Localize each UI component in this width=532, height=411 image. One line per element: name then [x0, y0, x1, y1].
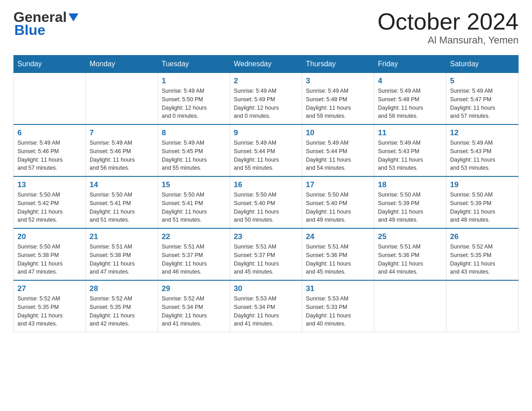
calendar-cell-w3-d6: 19Sunrise: 5:50 AM Sunset: 5:39 PM Dayli… — [446, 176, 519, 228]
col-wednesday: Wednesday — [230, 56, 302, 73]
day-number: 18 — [378, 180, 442, 189]
calendar-cell-w3-d3: 16Sunrise: 5:50 AM Sunset: 5:40 PM Dayli… — [230, 176, 302, 228]
calendar-cell-w5-d5 — [374, 280, 446, 332]
calendar-cell-w4-d4: 24Sunrise: 5:51 AM Sunset: 5:36 PM Dayli… — [302, 228, 374, 280]
day-number: 6 — [17, 128, 82, 137]
day-info: Sunrise: 5:51 AM Sunset: 5:36 PM Dayligh… — [306, 243, 370, 276]
day-info: Sunrise: 5:49 AM Sunset: 5:48 PM Dayligh… — [306, 87, 370, 120]
title-block: October 2024 Al Mansurah, Yemen — [378, 9, 519, 46]
day-number: 30 — [234, 284, 298, 293]
calendar-cell-w1-d5: 4Sunrise: 5:49 AM Sunset: 5:48 PM Daylig… — [374, 73, 446, 125]
day-number: 14 — [90, 180, 154, 189]
day-info: Sunrise: 5:50 AM Sunset: 5:39 PM Dayligh… — [450, 191, 515, 224]
calendar-cell-w4-d3: 23Sunrise: 5:51 AM Sunset: 5:37 PM Dayli… — [230, 228, 302, 280]
page-header: General Blue October 2024 Al Mansurah, Y… — [13, 9, 519, 46]
day-info: Sunrise: 5:50 AM Sunset: 5:42 PM Dayligh… — [17, 191, 82, 224]
day-info: Sunrise: 5:49 AM Sunset: 5:46 PM Dayligh… — [17, 139, 82, 172]
calendar-cell-w3-d2: 15Sunrise: 5:50 AM Sunset: 5:41 PM Dayli… — [158, 176, 230, 228]
day-number: 2 — [234, 77, 298, 86]
calendar-cell-w4-d1: 21Sunrise: 5:51 AM Sunset: 5:38 PM Dayli… — [86, 228, 158, 280]
day-info: Sunrise: 5:49 AM Sunset: 5:44 PM Dayligh… — [306, 139, 370, 172]
day-number: 10 — [306, 128, 370, 137]
day-number: 29 — [162, 284, 226, 293]
day-number: 17 — [306, 180, 370, 189]
day-number: 15 — [162, 180, 226, 189]
calendar-cell-w3-d5: 18Sunrise: 5:50 AM Sunset: 5:39 PM Dayli… — [374, 176, 446, 228]
day-number: 19 — [450, 180, 515, 189]
day-info: Sunrise: 5:51 AM Sunset: 5:38 PM Dayligh… — [90, 243, 154, 276]
week-row-3: 13Sunrise: 5:50 AM Sunset: 5:42 PM Dayli… — [14, 176, 519, 228]
day-info: Sunrise: 5:50 AM Sunset: 5:39 PM Dayligh… — [378, 191, 442, 224]
day-info: Sunrise: 5:50 AM Sunset: 5:40 PM Dayligh… — [234, 191, 298, 224]
day-info: Sunrise: 5:49 AM Sunset: 5:43 PM Dayligh… — [450, 139, 515, 172]
day-info: Sunrise: 5:49 AM Sunset: 5:48 PM Dayligh… — [378, 87, 442, 120]
day-number: 11 — [378, 128, 442, 137]
calendar-cell-w2-d6: 12Sunrise: 5:49 AM Sunset: 5:43 PM Dayli… — [446, 124, 519, 176]
day-info: Sunrise: 5:49 AM Sunset: 5:44 PM Dayligh… — [234, 139, 298, 172]
day-info: Sunrise: 5:51 AM Sunset: 5:36 PM Dayligh… — [378, 243, 442, 276]
day-number: 13 — [17, 180, 82, 189]
calendar-cell-w1-d2: 1Sunrise: 5:49 AM Sunset: 5:50 PM Daylig… — [158, 73, 230, 125]
svg-marker-0 — [69, 13, 78, 21]
day-info: Sunrise: 5:49 AM Sunset: 5:43 PM Dayligh… — [378, 139, 442, 172]
calendar-cell-w5-d3: 30Sunrise: 5:53 AM Sunset: 5:34 PM Dayli… — [230, 280, 302, 332]
calendar-header-row: Sunday Monday Tuesday Wednesday Thursday… — [14, 56, 519, 73]
day-info: Sunrise: 5:51 AM Sunset: 5:37 PM Dayligh… — [234, 243, 298, 276]
day-number: 8 — [162, 128, 226, 137]
day-number: 28 — [90, 284, 154, 293]
day-info: Sunrise: 5:53 AM Sunset: 5:33 PM Dayligh… — [306, 295, 370, 328]
day-info: Sunrise: 5:50 AM Sunset: 5:38 PM Dayligh… — [17, 243, 82, 276]
day-info: Sunrise: 5:53 AM Sunset: 5:34 PM Dayligh… — [234, 295, 298, 328]
calendar-cell-w1-d4: 3Sunrise: 5:49 AM Sunset: 5:48 PM Daylig… — [302, 73, 374, 125]
col-tuesday: Tuesday — [158, 56, 230, 73]
day-info: Sunrise: 5:49 AM Sunset: 5:49 PM Dayligh… — [234, 87, 298, 120]
col-friday: Friday — [374, 56, 446, 73]
calendar-cell-w5-d6 — [446, 280, 519, 332]
day-number: 22 — [162, 232, 226, 241]
calendar-cell-w4-d5: 25Sunrise: 5:51 AM Sunset: 5:36 PM Dayli… — [374, 228, 446, 280]
calendar-cell-w1-d1 — [86, 73, 158, 125]
day-number: 26 — [450, 232, 515, 241]
col-sunday: Sunday — [14, 56, 86, 73]
day-number: 9 — [234, 128, 298, 137]
calendar-cell-w2-d3: 9Sunrise: 5:49 AM Sunset: 5:44 PM Daylig… — [230, 124, 302, 176]
calendar-cell-w2-d0: 6Sunrise: 5:49 AM Sunset: 5:46 PM Daylig… — [14, 124, 86, 176]
col-thursday: Thursday — [302, 56, 374, 73]
day-info: Sunrise: 5:51 AM Sunset: 5:37 PM Dayligh… — [162, 243, 226, 276]
week-row-1: 1Sunrise: 5:49 AM Sunset: 5:50 PM Daylig… — [14, 73, 519, 125]
day-number: 25 — [378, 232, 442, 241]
day-number: 3 — [306, 77, 370, 86]
day-info: Sunrise: 5:52 AM Sunset: 5:35 PM Dayligh… — [450, 243, 515, 276]
calendar-cell-w3-d0: 13Sunrise: 5:50 AM Sunset: 5:42 PM Dayli… — [14, 176, 86, 228]
page-title: October 2024 — [378, 9, 519, 34]
calendar-cell-w2-d4: 10Sunrise: 5:49 AM Sunset: 5:44 PM Dayli… — [302, 124, 374, 176]
week-row-5: 27Sunrise: 5:52 AM Sunset: 5:35 PM Dayli… — [14, 280, 519, 332]
calendar-cell-w2-d2: 8Sunrise: 5:49 AM Sunset: 5:45 PM Daylig… — [158, 124, 230, 176]
col-saturday: Saturday — [446, 56, 519, 73]
col-monday: Monday — [86, 56, 158, 73]
day-number: 5 — [450, 77, 515, 86]
day-info: Sunrise: 5:50 AM Sunset: 5:41 PM Dayligh… — [90, 191, 154, 224]
day-number: 27 — [17, 284, 82, 293]
week-row-4: 20Sunrise: 5:50 AM Sunset: 5:38 PM Dayli… — [14, 228, 519, 280]
calendar-cell-w4-d2: 22Sunrise: 5:51 AM Sunset: 5:37 PM Dayli… — [158, 228, 230, 280]
calendar-table: Sunday Monday Tuesday Wednesday Thursday… — [13, 55, 519, 332]
day-info: Sunrise: 5:52 AM Sunset: 5:34 PM Dayligh… — [162, 295, 226, 328]
day-number: 23 — [234, 232, 298, 241]
day-number: 4 — [378, 77, 442, 86]
calendar-cell-w2-d1: 7Sunrise: 5:49 AM Sunset: 5:46 PM Daylig… — [86, 124, 158, 176]
calendar-cell-w4-d0: 20Sunrise: 5:50 AM Sunset: 5:38 PM Dayli… — [14, 228, 86, 280]
logo: General Blue — [13, 9, 78, 39]
day-info: Sunrise: 5:49 AM Sunset: 5:47 PM Dayligh… — [450, 87, 515, 120]
day-info: Sunrise: 5:52 AM Sunset: 5:35 PM Dayligh… — [90, 295, 154, 328]
day-number: 24 — [306, 232, 370, 241]
calendar-cell-w5-d4: 31Sunrise: 5:53 AM Sunset: 5:33 PM Dayli… — [302, 280, 374, 332]
calendar-cell-w5-d1: 28Sunrise: 5:52 AM Sunset: 5:35 PM Dayli… — [86, 280, 158, 332]
calendar-cell-w3-d1: 14Sunrise: 5:50 AM Sunset: 5:41 PM Dayli… — [86, 176, 158, 228]
calendar-cell-w1-d3: 2Sunrise: 5:49 AM Sunset: 5:49 PM Daylig… — [230, 73, 302, 125]
day-info: Sunrise: 5:49 AM Sunset: 5:50 PM Dayligh… — [162, 87, 226, 120]
calendar-cell-w1-d0 — [14, 73, 86, 125]
calendar-cell-w2-d5: 11Sunrise: 5:49 AM Sunset: 5:43 PM Dayli… — [374, 124, 446, 176]
page-subtitle: Al Mansurah, Yemen — [378, 34, 519, 46]
week-row-2: 6Sunrise: 5:49 AM Sunset: 5:46 PM Daylig… — [14, 124, 519, 176]
